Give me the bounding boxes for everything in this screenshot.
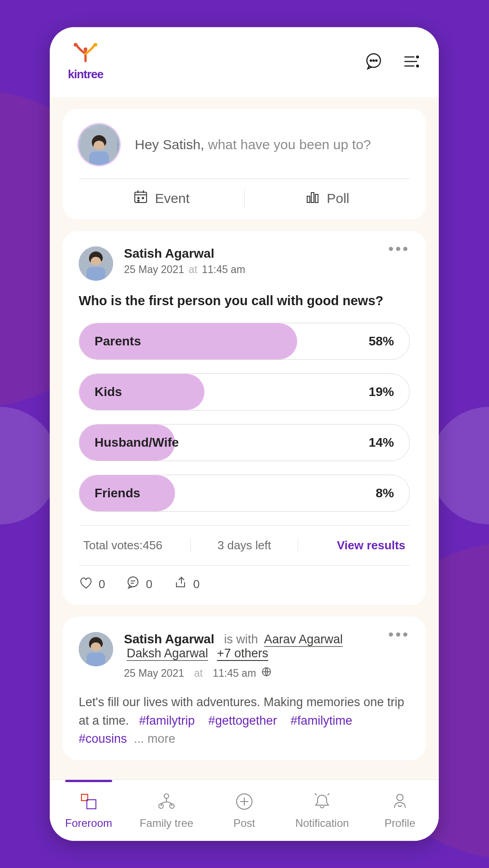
tagged-person[interactable]: Aarav Agarwal	[264, 632, 343, 646]
svg-rect-14	[89, 151, 109, 165]
poll-option[interactable]: Friends8%	[79, 475, 410, 512]
post2-author-avatar[interactable]	[79, 632, 113, 666]
svg-rect-24	[315, 194, 318, 203]
hashtag[interactable]: #familytrip	[139, 714, 195, 727]
hashtag[interactable]: #familytime	[290, 714, 352, 727]
nav-label: Post	[233, 817, 255, 830]
bottom-nav: Foreroom Family tree Post Notification P…	[50, 779, 439, 841]
svg-rect-22	[307, 196, 310, 203]
calendar-icon	[133, 189, 148, 208]
user-avatar[interactable]	[79, 124, 119, 165]
share-icon	[173, 576, 188, 593]
composer-input[interactable]: Hey Satish, what have you been up to?	[135, 137, 371, 152]
nav-notification[interactable]: Notification	[283, 780, 361, 841]
brand-name: kintree	[68, 67, 103, 81]
view-results-link[interactable]: View results	[298, 538, 405, 552]
svg-point-0	[74, 43, 77, 47]
brand-logo[interactable]: kintree	[68, 43, 103, 81]
svg-point-46	[397, 794, 403, 801]
foreroom-icon	[79, 792, 99, 814]
create-event-button[interactable]: Event	[79, 189, 245, 208]
composer-card: Hey Satish, what have you been up to? Ev…	[62, 109, 426, 219]
comment-button[interactable]: 0	[126, 576, 152, 593]
composer-placeholder: what have you been up to?	[204, 137, 371, 152]
expand-text[interactable]: ... more	[134, 732, 176, 745]
poll-option-label: Friends	[95, 486, 140, 500]
post-more-button[interactable]: •••	[388, 246, 410, 251]
hashtag[interactable]: #gettogether	[209, 714, 277, 727]
hashtag[interactable]: #cousins	[79, 732, 127, 745]
post2-author-name[interactable]: Satish Agarwal	[124, 632, 214, 646]
post2-body: Let's fill our lives with adventures. Ma…	[79, 693, 410, 748]
svg-point-6	[376, 60, 377, 61]
svg-point-8	[417, 56, 418, 58]
like-count: 0	[99, 577, 105, 591]
poll-option-percent: 14%	[369, 435, 394, 450]
profile-icon	[390, 792, 410, 814]
post2-headline: Satish Agarwal is with Aarav Agarwal Dak…	[124, 632, 377, 660]
poll-option[interactable]: Kids19%	[79, 373, 410, 410]
svg-point-20	[142, 197, 144, 198]
composer-greeting: Hey Satish,	[135, 137, 204, 152]
nav-family-tree[interactable]: Family tree	[128, 780, 205, 841]
topbar: kintree	[50, 27, 439, 97]
tagged-others[interactable]: +7 others	[217, 646, 268, 660]
chat-icon[interactable]	[364, 52, 384, 73]
poll-option[interactable]: Parents58%	[79, 323, 410, 360]
poll-option-percent: 19%	[369, 385, 394, 399]
poll-option[interactable]: Husband/Wife14%	[79, 424, 410, 461]
logo-icon	[72, 43, 99, 65]
tagged-person[interactable]: Daksh Agarwal	[127, 646, 208, 660]
nav-label: Foreroom	[65, 817, 112, 830]
svg-rect-15	[135, 192, 147, 203]
post-author-avatar[interactable]	[79, 246, 113, 281]
svg-point-11	[417, 65, 418, 67]
svg-point-2	[84, 47, 87, 51]
svg-point-19	[138, 197, 139, 198]
nav-foreroom[interactable]: Foreroom	[50, 780, 128, 841]
nav-post[interactable]: Post	[205, 780, 283, 841]
nav-label: Family tree	[140, 817, 194, 830]
bell-icon	[312, 792, 332, 814]
like-button[interactable]: 0	[79, 576, 105, 593]
event-label: Event	[155, 191, 190, 206]
poll-label: Poll	[327, 191, 349, 206]
nav-label: Notification	[295, 817, 349, 830]
share-button[interactable]: 0	[173, 576, 199, 593]
menu-icon[interactable]	[401, 52, 421, 73]
poll-option-percent: 58%	[369, 334, 394, 349]
nav-label: Profile	[385, 817, 415, 830]
comment-count: 0	[146, 577, 152, 591]
time-left: 3 days left	[190, 538, 299, 552]
svg-point-4	[370, 60, 372, 61]
svg-line-45	[328, 793, 329, 795]
svg-line-44	[315, 793, 317, 795]
poll-option-percent: 8%	[376, 486, 394, 500]
svg-rect-34	[86, 653, 105, 667]
comment-icon	[126, 576, 140, 593]
text-post-card: Satish Agarwal is with Aarav Agarwal Dak…	[62, 617, 426, 760]
app-frame: kintree Hey Satish, what have you been u…	[50, 27, 439, 841]
post2-more-button[interactable]: •••	[388, 632, 410, 637]
nav-profile[interactable]: Profile	[361, 780, 439, 841]
poll-option-label: Parents	[95, 334, 141, 349]
poll-icon	[305, 189, 320, 208]
post-timestamp: 25 May 2021at11:45 am	[124, 264, 377, 276]
globe-icon	[261, 667, 271, 679]
total-votes: Total votes:456	[83, 538, 190, 552]
svg-rect-23	[311, 193, 314, 203]
plus-icon	[234, 792, 254, 814]
svg-point-38	[164, 794, 169, 798]
post2-timestamp: 25 May 2021at11:45 am	[124, 667, 377, 679]
svg-point-5	[373, 60, 375, 61]
create-poll-button[interactable]: Poll	[245, 189, 410, 208]
poll-option-label: Husband/Wife	[95, 435, 179, 450]
poll-option-label: Kids	[95, 385, 122, 399]
poll-question: Who is the first person you call with go…	[79, 293, 410, 308]
svg-rect-27	[86, 267, 105, 281]
svg-point-21	[138, 200, 139, 201]
svg-point-1	[94, 43, 97, 47]
heart-icon	[79, 576, 93, 593]
tree-icon	[157, 792, 176, 814]
post-author-name[interactable]: Satish Agarwal	[124, 246, 377, 261]
